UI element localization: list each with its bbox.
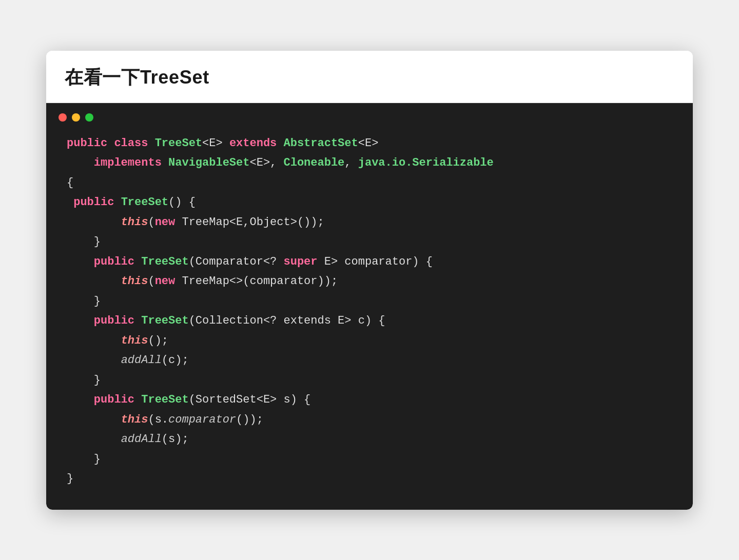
traffic-lights	[46, 103, 693, 129]
code-window: public class TreeSet<E> extends Abstract…	[46, 103, 693, 510]
code-content: public class TreeSet<E> extends Abstract…	[46, 129, 693, 510]
maximize-button[interactable]	[85, 113, 93, 122]
code-line-5: this(new TreeMap<E,Object>());	[67, 213, 672, 233]
minimize-button[interactable]	[72, 113, 80, 122]
close-button[interactable]	[59, 113, 67, 122]
code-line-17: }	[67, 450, 672, 470]
code-line-1: public class TreeSet<E> extends Abstract…	[67, 134, 672, 154]
code-line-4: public TreeSet() {	[67, 193, 672, 213]
code-line-3: {	[67, 173, 672, 193]
code-line-18: }	[67, 469, 672, 489]
code-line-11: this();	[67, 331, 672, 351]
code-line-7: public TreeSet(Comparator<? super E> com…	[67, 252, 672, 272]
code-line-6: }	[67, 232, 672, 252]
code-line-8: this(new TreeMap<>(comparator));	[67, 272, 672, 292]
code-line-16: addAll(s);	[67, 430, 672, 450]
page-title: 在看一下TreeSet	[65, 67, 209, 88]
code-line-2: implements NavigableSet<E>, Cloneable, j…	[67, 153, 672, 173]
code-line-10: public TreeSet(Collection<? extends E> c…	[67, 311, 672, 331]
title-bar: 在看一下TreeSet	[46, 51, 693, 103]
code-line-14: public TreeSet(SortedSet<E> s) {	[67, 390, 672, 410]
code-line-15: this(s.comparator());	[67, 410, 672, 430]
code-line-12: addAll(c);	[67, 351, 672, 371]
code-line-13: }	[67, 371, 672, 391]
main-window: 在看一下TreeSet public class TreeSet<E> exte…	[46, 51, 693, 510]
code-line-9: }	[67, 292, 672, 312]
